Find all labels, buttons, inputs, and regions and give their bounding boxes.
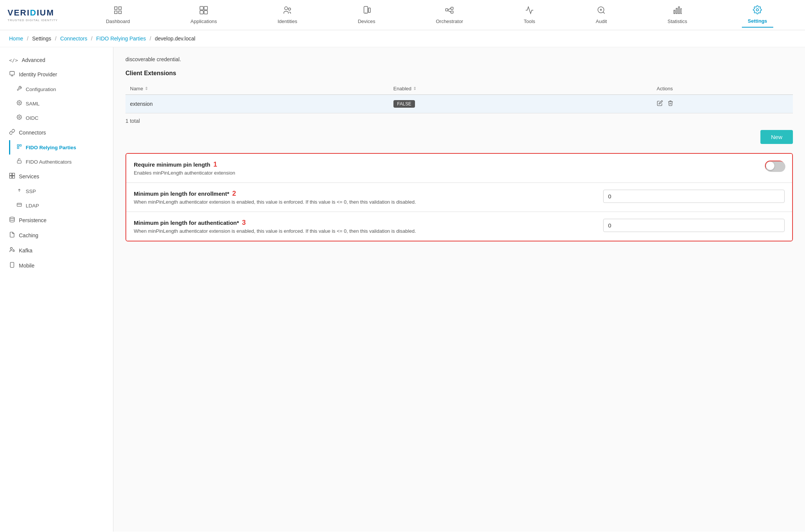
breadcrumb-connectors[interactable]: Connectors <box>60 36 87 42</box>
sidebar-item-ssp[interactable]: SSP <box>9 184 113 198</box>
name-sort-icon[interactable]: ⇕ <box>145 86 148 91</box>
svg-rect-15 <box>451 11 453 13</box>
persistence-icon <box>9 217 15 224</box>
nav-devices[interactable]: Devices <box>352 3 381 27</box>
extension-enabled: FALSE <box>393 100 657 108</box>
sidebar-item-fido-relying-parties[interactable]: FIDO Relying Parties <box>9 140 113 155</box>
row3-desc: When minPinLength authenticator extensio… <box>134 228 436 234</box>
nav-settings-label: Settings <box>748 18 767 24</box>
extension-actions <box>657 100 788 108</box>
ldap-icon <box>17 202 22 209</box>
svg-rect-2 <box>115 11 117 14</box>
config-icon <box>17 86 22 93</box>
client-extensions-title: Client Extensions <box>125 70 793 77</box>
row2-num: 2 <box>232 190 236 198</box>
caching-icon <box>9 232 15 239</box>
nav-applications[interactable]: Applications <box>184 3 223 27</box>
sidebar-section-services: SSP LDAP <box>9 184 113 213</box>
sidebar-section-connectors: FIDO Relying Parties FIDO Authenticators <box>9 140 113 169</box>
orchestrator-icon <box>445 6 454 17</box>
svg-rect-39 <box>12 176 15 178</box>
nav-dashboard-label: Dashboard <box>106 19 130 24</box>
dashboard-icon <box>113 6 122 17</box>
sidebar-item-connectors[interactable]: Connectors <box>0 125 113 140</box>
kafka-icon <box>9 247 15 254</box>
red-row-1: Require minimum pin length 1 Enables min… <box>126 154 792 183</box>
delete-icon[interactable] <box>667 100 673 108</box>
sidebar-label-persistence: Persistence <box>19 217 46 223</box>
svg-rect-38 <box>9 176 12 178</box>
logo-text: VERIDIUM <box>8 8 54 18</box>
authentication-min-pin-input[interactable] <box>603 219 785 232</box>
sidebar: </> Advanced Identity Provider Configura… <box>0 47 113 532</box>
enrollment-min-pin-input[interactable] <box>603 190 785 203</box>
nav-applications-label: Applications <box>190 19 217 24</box>
nav-settings[interactable]: Settings <box>742 2 773 28</box>
sidebar-item-mobile[interactable]: Mobile <box>0 258 113 273</box>
sidebar-label-caching: Caching <box>19 232 38 238</box>
services-icon <box>9 173 15 180</box>
sidebar-item-persistence[interactable]: Persistence <box>0 213 113 228</box>
nav-orchestrator-label: Orchestrator <box>436 19 463 24</box>
sidebar-label-ldap: LDAP <box>26 203 39 209</box>
row1-content: Require minimum pin length 1 Enables min… <box>134 161 757 176</box>
row2-content: Minimum pin length for enrollment* 2 Whe… <box>134 190 596 205</box>
sidebar-item-fido-authenticators[interactable]: FIDO Authenticators <box>9 155 113 169</box>
sidebar-item-identity-provider[interactable]: Identity Provider <box>0 67 113 82</box>
col-actions-header: Actions <box>657 86 788 91</box>
row2-label: Minimum pin length for enrollment* 2 <box>134 190 596 198</box>
nav-statistics[interactable]: Statistics <box>661 3 693 27</box>
sidebar-label-oidc: OIDC <box>26 115 39 121</box>
nav-orchestrator[interactable]: Orchestrator <box>430 3 469 27</box>
fido-rp-icon <box>17 144 22 151</box>
sidebar-item-saml[interactable]: SAML <box>9 96 113 111</box>
svg-rect-41 <box>17 203 22 206</box>
svg-rect-36 <box>9 173 12 175</box>
svg-rect-4 <box>200 6 203 10</box>
svg-rect-22 <box>674 10 675 14</box>
client-extensions-table: Name ⇕ Enabled ⇕ Actions extension FALSE <box>125 83 793 113</box>
statistics-icon <box>673 6 682 17</box>
sidebar-label-mobile: Mobile <box>19 263 34 269</box>
red-section: Require minimum pin length 1 Enables min… <box>125 153 793 241</box>
sidebar-label-fido-rp: FIDO Relying Parties <box>26 145 76 150</box>
false-badge: FALSE <box>393 100 415 108</box>
nav-tools[interactable]: Tools <box>518 3 541 27</box>
sidebar-item-caching[interactable]: Caching <box>0 228 113 243</box>
sidebar-item-kafka[interactable]: Kafka <box>0 243 113 258</box>
sidebar-label-kafka: Kafka <box>19 247 33 254</box>
sidebar-item-advanced[interactable]: </> Advanced <box>0 53 113 67</box>
svg-rect-23 <box>676 8 677 14</box>
sidebar-item-oidc[interactable]: OIDC <box>9 111 113 125</box>
sidebar-section-identity: Configuration SAML OIDC <box>9 82 113 125</box>
row2-desc: When minPinLength authenticator extensio… <box>134 199 436 205</box>
min-pin-length-toggle[interactable] <box>765 161 785 171</box>
nav-identities[interactable]: Identities <box>271 3 303 27</box>
sidebar-item-services[interactable]: Services <box>0 169 113 184</box>
sidebar-label-fido-auth: FIDO Authenticators <box>26 159 72 165</box>
connectors-icon <box>9 129 15 136</box>
svg-rect-24 <box>678 7 680 14</box>
edit-icon[interactable] <box>657 100 663 108</box>
sidebar-item-ldap[interactable]: LDAP <box>9 198 113 213</box>
breadcrumb-fido-relying-parties[interactable]: FIDO Relying Parties <box>96 36 146 42</box>
row3-input-area <box>603 219 785 232</box>
table-row: extension FALSE <box>125 95 793 113</box>
logo: VERIDIUM TRUSTED DIGITAL IDENTITY <box>8 8 76 22</box>
new-button[interactable]: New <box>760 130 793 144</box>
svg-line-16 <box>448 8 451 10</box>
svg-point-8 <box>285 7 288 10</box>
row1-desc: Enables minPinLength authenticator exten… <box>134 170 436 176</box>
enabled-sort-icon[interactable]: ⇕ <box>413 86 416 91</box>
nav-audit-label: Audit <box>596 19 607 24</box>
nav-audit[interactable]: Audit <box>590 3 613 27</box>
row3-num: 3 <box>242 219 246 227</box>
sidebar-label-services: Services <box>19 173 39 179</box>
row3-label: Minimum pin length for authentication* 3 <box>134 219 596 227</box>
red-row-2: Minimum pin length for enrollment* 2 Whe… <box>126 183 792 212</box>
svg-rect-13 <box>446 9 448 11</box>
nav-devices-label: Devices <box>358 19 375 24</box>
sidebar-item-configuration[interactable]: Configuration <box>9 82 113 96</box>
breadcrumb-home[interactable]: Home <box>9 36 23 42</box>
nav-dashboard[interactable]: Dashboard <box>100 3 136 27</box>
